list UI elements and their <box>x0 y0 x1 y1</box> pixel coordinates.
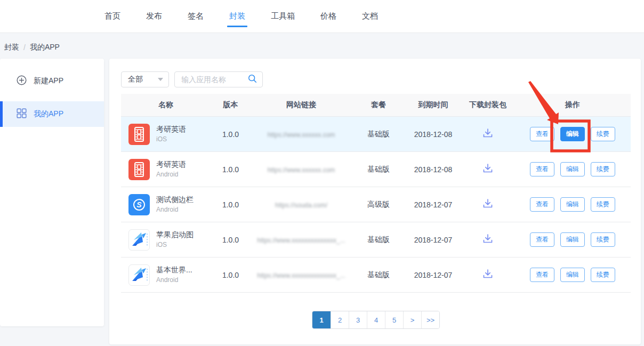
app-platform: Android <box>156 171 186 179</box>
page-button-3[interactable]: 3 <box>349 311 367 328</box>
nav-item-sign[interactable]: 签名 <box>188 0 204 33</box>
top-nav: 首页 发布 签名 封装 工具箱 价格 文档 <box>0 0 644 33</box>
nav-item-docs[interactable]: 文档 <box>362 0 378 33</box>
search-input[interactable] <box>181 75 248 84</box>
view-button[interactable]: 查看 <box>530 162 554 176</box>
download-icon[interactable] <box>481 268 494 280</box>
caret-down-icon <box>158 78 163 81</box>
download-icon[interactable] <box>481 127 494 140</box>
app-expiry: 2018-12-07 <box>405 236 461 244</box>
app-plan: 基础版 <box>352 270 405 280</box>
sidebar-item-new-app[interactable]: 新建APP <box>0 68 104 94</box>
page-button-4[interactable]: 4 <box>367 311 385 328</box>
app-expiry: 2018-12-07 <box>405 271 461 279</box>
download-icon[interactable] <box>481 232 494 245</box>
app-table: 名称 版本 网站链接 套餐 到期时间 下载封装包 操作 <box>121 94 631 293</box>
page-button-5[interactable]: 5 <box>385 311 403 328</box>
view-button[interactable]: 查看 <box>530 268 554 282</box>
edit-button[interactable]: 编辑 <box>560 268 585 282</box>
sidebar-item-label: 我的APP <box>34 109 63 119</box>
app-version: 1.0.0 <box>211 130 251 139</box>
pagination: 1 2 3 4 5 > >> <box>121 311 631 329</box>
download-icon[interactable] <box>481 162 494 175</box>
header-actions: 操作 <box>514 100 631 110</box>
header-url: 网站链接 <box>251 100 352 110</box>
breadcrumb: 封装 / 我的APP <box>4 43 60 52</box>
circle-plus-icon <box>17 75 27 87</box>
table-row: S 测试侧边栏 Android 1.0.0 https://souda.com/… <box>121 187 631 222</box>
view-button[interactable]: 查看 <box>530 197 554 212</box>
edit-button[interactable]: 编辑 <box>560 197 585 212</box>
magnifier-icon[interactable] <box>248 74 257 85</box>
app-plan: 基础版 <box>352 165 405 174</box>
view-button[interactable]: 查看 <box>530 232 554 247</box>
edit-button[interactable]: 编辑 <box>560 162 585 176</box>
sidebar-item-my-app[interactable]: 我的APP <box>0 101 104 127</box>
app-expiry: 2018-12-08 <box>405 130 461 139</box>
origami-bird-icon <box>128 229 150 251</box>
app-plan: 基础版 <box>352 130 405 139</box>
app-version: 1.0.0 <box>211 165 251 174</box>
table-row: 考研英语 Android 1.0.0 https://www.xxxxxx.co… <box>121 152 631 187</box>
table-row: 考研英语 iOS 1.0.0 https://www.xxxxxx.com 基础… <box>121 117 631 152</box>
page-next-button[interactable]: > <box>403 311 421 328</box>
app-platform: iOS <box>156 241 194 249</box>
film-icon <box>128 159 150 180</box>
sidebar-item-label: 新建APP <box>34 76 63 86</box>
nav-item-publish[interactable]: 发布 <box>146 0 162 33</box>
header-version: 版本 <box>211 100 251 110</box>
renew-button[interactable]: 续费 <box>591 197 615 212</box>
nav-item-price[interactable]: 价格 <box>320 0 336 33</box>
nav-item-toolbox[interactable]: 工具箱 <box>271 0 295 33</box>
app-url-masked: https://www.xxxxxxxxxxxxxx_... <box>257 272 345 279</box>
table-row: 苹果启动图 iOS 1.0.0 https://www.xxxxxxxxxxxx… <box>121 222 631 258</box>
app-plan: 高级版 <box>352 200 405 210</box>
page-button-1[interactable]: 1 <box>312 311 331 328</box>
renew-button[interactable]: 续费 <box>591 162 615 176</box>
nav-item-home[interactable]: 首页 <box>104 0 120 33</box>
renew-button[interactable]: 续费 <box>591 127 615 141</box>
app-url-masked: https://www.xxxxxx.com <box>268 131 335 139</box>
app-expiry: 2018-12-07 <box>405 200 461 209</box>
app-platform: Android <box>156 276 192 284</box>
app-name: 苹果启动图 <box>156 230 194 240</box>
edit-button[interactable]: 编辑 <box>560 232 585 247</box>
header-download: 下载封装包 <box>461 100 514 110</box>
sidebar: 新建APP 我的APP <box>0 59 104 326</box>
table-header: 名称 版本 网站链接 套餐 到期时间 下载封装包 操作 <box>121 94 631 117</box>
origami-bird-icon <box>128 264 150 286</box>
app-name: 基本世界... <box>156 265 192 275</box>
film-icon <box>128 124 150 145</box>
page-last-button[interactable]: >> <box>421 311 439 328</box>
page-button-2[interactable]: 2 <box>331 311 349 328</box>
app-name: 考研英语 <box>156 160 186 170</box>
svg-text:S: S <box>136 200 142 209</box>
renew-button[interactable]: 续费 <box>591 268 615 282</box>
app-plan: 基础版 <box>352 235 405 245</box>
breadcrumb-separator: / <box>23 43 26 52</box>
search-box <box>174 71 263 87</box>
app-platform: iOS <box>156 135 186 143</box>
breadcrumb-parent[interactable]: 封装 <box>4 43 19 52</box>
filter-bar: 全部 <box>121 71 631 87</box>
app-url-masked: https://souda.com/ <box>275 202 327 209</box>
renew-button[interactable]: 续费 <box>591 232 615 247</box>
app-name: 考研英语 <box>156 125 186 134</box>
header-expiry: 到期时间 <box>405 100 461 110</box>
app-version: 1.0.0 <box>211 271 251 279</box>
app-platform: Android <box>156 206 194 214</box>
app-version: 1.0.0 <box>211 200 251 209</box>
view-button[interactable]: 查看 <box>530 127 554 141</box>
grid-icon <box>17 108 27 120</box>
app-version: 1.0.0 <box>211 236 251 244</box>
table-row: 基本世界... Android 1.0.0 https://www.xxxxxx… <box>121 258 631 293</box>
category-select[interactable]: 全部 <box>121 71 169 87</box>
main-panel: 全部 名称 版本 网站链接 套餐 到期时间 下载封装包 操作 <box>109 59 641 344</box>
download-icon[interactable] <box>481 197 494 210</box>
edit-button[interactable]: 编辑 <box>560 127 585 141</box>
nav-item-package[interactable]: 封装 <box>229 0 245 33</box>
category-select-value: 全部 <box>128 75 143 84</box>
header-name: 名称 <box>121 100 211 110</box>
app-expiry: 2018-12-08 <box>405 165 461 174</box>
app-url-masked: https://www.xxxxxx.com <box>268 166 335 174</box>
